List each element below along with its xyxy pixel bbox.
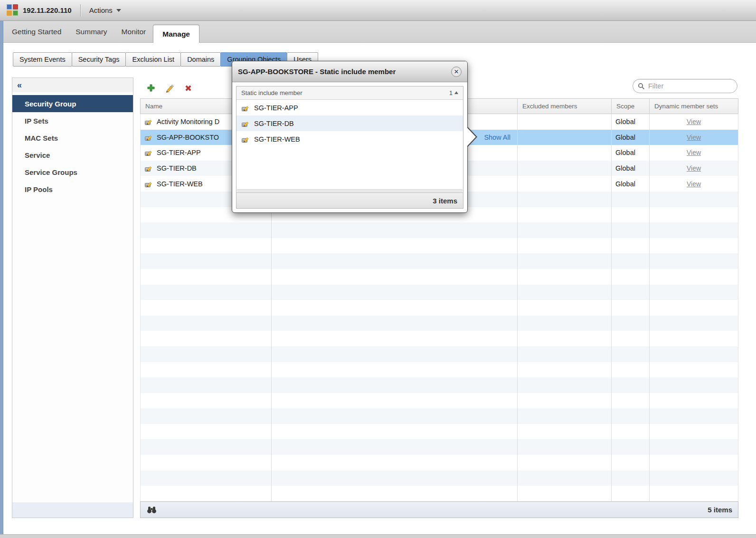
view-link[interactable]: View <box>687 134 701 141</box>
subtab-system-events[interactable]: System Events <box>13 52 72 67</box>
tab-summary[interactable]: Summary <box>68 21 114 42</box>
dialog-column-header[interactable]: Static include member 1 <box>236 86 463 100</box>
included-members-cell <box>272 455 518 471</box>
security-group-icon <box>144 134 153 141</box>
close-icon[interactable]: ✕ <box>451 67 462 77</box>
name-cell <box>141 377 272 393</box>
name-cell <box>141 455 272 471</box>
sort-ascending-icon <box>454 89 458 94</box>
collapse-sidebar-icon[interactable]: « <box>17 81 22 89</box>
included-members-cell <box>272 346 518 362</box>
included-members-cell <box>272 471 518 486</box>
excluded-members-cell <box>518 238 612 254</box>
included-members-cell <box>272 439 518 455</box>
excluded-members-cell <box>518 439 612 455</box>
name-cell <box>141 331 272 346</box>
dialog-member-row[interactable]: SG-TIER-APP <box>236 100 463 115</box>
dynamic-member-sets-cell <box>650 285 738 300</box>
scope-cell <box>612 408 650 424</box>
empty-table-row <box>141 393 738 409</box>
included-members-cell <box>272 424 518 440</box>
dialog-items-count: 3 items <box>433 197 457 205</box>
dynamic-member-sets-cell <box>650 316 738 331</box>
sidebar-item-mac-sets[interactable]: MAC Sets <box>12 129 133 146</box>
filter-field <box>633 79 737 93</box>
empty-table-row <box>141 455 738 471</box>
grid-footer: 5 items <box>140 501 738 518</box>
view-link[interactable]: View <box>687 164 701 172</box>
filter-input[interactable] <box>648 82 729 90</box>
dynamic-member-sets-cell <box>650 300 738 316</box>
empty-table-row <box>141 471 738 486</box>
dynamic-member-sets-cell <box>650 455 738 471</box>
scope-cell <box>612 222 650 238</box>
name-cell <box>141 222 272 238</box>
dialog-member-row[interactable]: SG-TIER-DB <box>236 115 463 131</box>
sidebar-item-security-group[interactable]: Security Group <box>12 95 133 112</box>
scope-cell: Global <box>612 114 650 130</box>
sidebar-item-service-groups[interactable]: Service Groups <box>12 163 133 181</box>
actions-menu-button[interactable]: Actions <box>89 6 121 14</box>
add-button[interactable] <box>146 83 156 93</box>
excluded-members-cell <box>518 114 612 130</box>
empty-table-row <box>141 408 738 424</box>
column-header-scope[interactable]: Scope <box>612 99 650 114</box>
scope-cell <box>612 471 650 486</box>
scope-cell <box>612 439 650 455</box>
sidebar-item-ip-sets[interactable]: IP Sets <box>12 112 133 129</box>
sidebar-item-ip-pools[interactable]: IP Pools <box>12 181 133 198</box>
host-title: 192.11.220.110 <box>23 6 72 14</box>
dynamic-member-sets-cell <box>650 486 738 501</box>
show-all-link[interactable]: Show All <box>484 134 517 141</box>
subtab-exclusion-list[interactable]: Exclusion List <box>125 52 181 67</box>
dialog-member-label: SG-TIER-DB <box>254 120 294 127</box>
sidebar-list: Security GroupIP SetsMAC SetsServiceServ… <box>12 95 133 198</box>
dynamic-member-sets-cell <box>650 253 738 269</box>
security-group-icon <box>144 149 153 156</box>
excluded-members-cell <box>518 269 612 285</box>
excluded-members-cell <box>518 362 612 378</box>
excluded-members-cell <box>518 346 612 362</box>
dynamic-member-sets-cell <box>650 346 738 362</box>
tab-getting-started[interactable]: Getting Started <box>5 21 68 42</box>
dialog-member-label: SG-TIER-APP <box>254 104 298 112</box>
dynamic-member-sets-cell <box>650 408 738 424</box>
sidebar-item-service[interactable]: Service <box>12 146 133 163</box>
excluded-members-cell <box>518 300 612 316</box>
column-header-dynamic-member-sets[interactable]: Dynamic member sets <box>650 99 738 114</box>
scope-cell <box>612 331 650 346</box>
row-name-label: Activity Monitoring D <box>157 118 219 125</box>
empty-table-row <box>141 222 738 238</box>
tab-manage[interactable]: Manage <box>153 25 199 43</box>
name-cell <box>141 253 272 269</box>
name-cell <box>141 316 272 331</box>
dynamic-member-sets-cell <box>650 471 738 486</box>
excluded-members-cell <box>518 161 612 176</box>
find-button[interactable] <box>146 505 157 515</box>
view-link[interactable]: View <box>687 118 701 125</box>
scope-cell: Global <box>612 145 650 161</box>
scope-cell <box>612 207 650 223</box>
scope-cell: Global <box>612 161 650 176</box>
view-link[interactable]: View <box>687 149 701 156</box>
security-group-icon <box>241 135 250 143</box>
delete-button[interactable] <box>183 83 193 93</box>
tab-monitor[interactable]: Monitor <box>114 21 153 42</box>
included-members-cell <box>272 408 518 424</box>
edit-button[interactable] <box>164 83 175 93</box>
excluded-members-cell <box>518 222 612 238</box>
scope-cell <box>612 316 650 331</box>
name-cell <box>141 269 272 285</box>
dialog-scrollbar[interactable] <box>237 189 463 192</box>
column-header-excluded-members[interactable]: Excluded members <box>518 99 612 114</box>
security-group-icon <box>241 104 250 112</box>
view-link[interactable]: View <box>687 180 701 188</box>
scope-cell <box>612 269 650 285</box>
empty-table-row <box>141 377 738 393</box>
dialog-member-row[interactable]: SG-TIER-WEB <box>236 131 463 147</box>
row-name-label: SG-APP-BOOKSTO <box>157 134 219 141</box>
dynamic-member-sets-cell <box>650 222 738 238</box>
subtab-domains[interactable]: Domains <box>180 52 221 67</box>
subtab-security-tags[interactable]: Security Tags <box>72 52 126 67</box>
dialog-footer: 3 items <box>236 192 463 208</box>
